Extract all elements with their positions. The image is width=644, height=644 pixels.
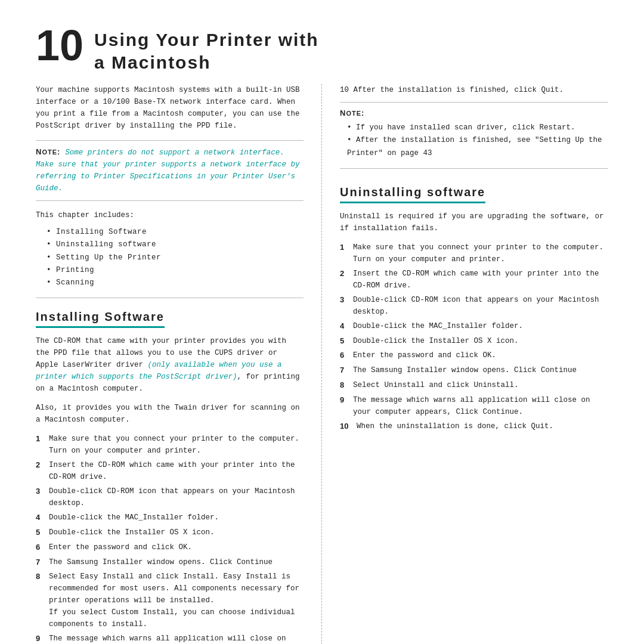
table-row: 2 Insert the CD-ROM which came with your… — [36, 459, 304, 483]
table-row: 2 Insert the CD-ROM which came with your… — [340, 268, 608, 292]
right-note-label: NOTE: — [340, 109, 364, 117]
table-row: 4 Double-click the MAC_Installer folder. — [340, 320, 608, 333]
table-row: 7 The Samsung Installer window opens. Cl… — [340, 364, 608, 377]
chapter-includes-list: Installing Software Uninstalling softwar… — [36, 226, 304, 289]
list-item: Installing Software — [47, 226, 304, 239]
chapter-header: 10 Using Your Printer with a Macintosh — [36, 29, 608, 73]
table-row: 3 Double-click CD-ROM icon that appears … — [36, 485, 304, 509]
two-column-layout: Your machine supports Macintosh systems … — [36, 84, 608, 644]
uninstalling-intro: Uninstall is required if you are upgradi… — [340, 210, 608, 234]
right-divider-top — [340, 102, 608, 103]
chapter-number: 10 — [36, 24, 83, 67]
list-item: After the installation is finished, see … — [347, 134, 608, 160]
right-column: 10 After the installation is finished, c… — [322, 84, 608, 644]
step10-top: 10 After the installation is finished, c… — [340, 84, 608, 96]
table-row: 5 Double-click the Installer OS X icon. — [36, 527, 304, 539]
list-item: Uninstalling software — [47, 239, 304, 251]
table-row: 8 Select Easy Install and click Install.… — [36, 571, 304, 630]
list-item: Printing — [47, 264, 304, 277]
table-row: 1 Make sure that you connect your printe… — [340, 242, 608, 265]
uninstalling-title: Uninstalling software — [340, 185, 485, 203]
chapter-includes-label: This chapter includes: — [36, 209, 304, 221]
uninstalling-section: Uninstalling software Uninstall is requi… — [340, 179, 608, 433]
installing-steps-list: 1 Make sure that you connect your printe… — [36, 433, 304, 644]
table-row: 7 The Samsung Installer window opens. Cl… — [36, 556, 304, 569]
right-note-list: If you have installed scan driver, click… — [340, 122, 608, 160]
section-divider — [36, 298, 304, 298]
note-box: NOTE: Some printers do not support a net… — [36, 140, 304, 201]
right-divider-2 — [340, 168, 608, 169]
uninstalling-steps-list: 1 Make sure that you connect your printe… — [340, 242, 608, 433]
table-row: 10 When the uninstallation is done, clic… — [340, 420, 608, 433]
table-row: 4 Double-click the MAC_Installer folder. — [36, 512, 304, 524]
chapter-title: Using Your Printer with a Macintosh — [94, 29, 319, 73]
table-row: 5 Double-click the Installer OS X icon. — [340, 335, 608, 348]
list-item: Setting Up the Printer — [47, 252, 304, 264]
right-note-box: NOTE: If you have installed scan driver,… — [340, 109, 608, 160]
table-row: 8 Select Uninstall and click Uninstall. — [340, 379, 608, 392]
table-row: 3 Double-click CD-ROM icon that appears … — [340, 294, 608, 318]
page: 10 Using Your Printer with a Macintosh Y… — [0, 0, 644, 644]
table-row: 9 The message which warns all applicatio… — [340, 394, 608, 418]
note-label: NOTE: — [36, 147, 60, 156]
installing-software-title: Installing Software — [36, 310, 165, 328]
table-row: 6 Enter the password and click OK. — [340, 349, 608, 362]
note-italic-text: Some printers do not support a network i… — [36, 148, 300, 193]
table-row: 1 Make sure that you connect your printe… — [36, 433, 304, 457]
table-row: 9 The message which warns all applicatio… — [36, 633, 304, 644]
installing-intro: The CD-ROM that came with your printer p… — [36, 335, 304, 395]
intro-paragraph: Your machine supports Macintosh systems … — [36, 84, 304, 132]
installing-intro2: Also, it provides you with the Twain dri… — [36, 402, 304, 426]
table-row: 6 Enter the password and click OK. — [36, 541, 304, 554]
list-item: Scanning — [47, 277, 304, 289]
list-item: If you have installed scan driver, click… — [347, 122, 608, 134]
left-column: Your machine supports Macintosh systems … — [36, 84, 322, 644]
